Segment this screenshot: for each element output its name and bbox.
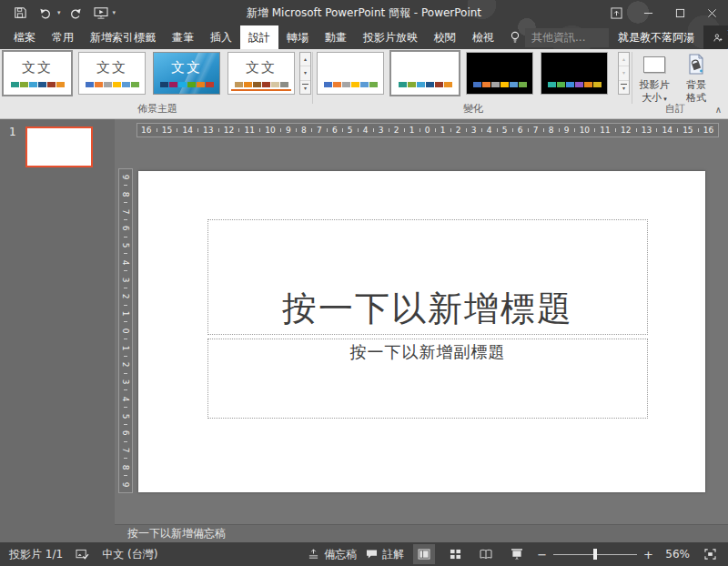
account-name[interactable]: 就是教不落阿湯	[609, 25, 703, 49]
theme-color-strip	[324, 82, 378, 87]
variant-thumbnail-2[interactable]	[391, 52, 459, 95]
tab-校閱[interactable]: 校閱	[426, 25, 464, 49]
quick-access-toolbar: ▾ ▾	[0, 3, 116, 23]
variants-more-button[interactable]: ▾	[619, 81, 629, 94]
tab-轉場[interactable]: 轉場	[278, 25, 317, 49]
variant-thumbnail-3[interactable]	[466, 52, 533, 95]
fit-slide-to-window-button[interactable]	[699, 544, 721, 564]
zoom-slider-thumb[interactable]	[593, 549, 597, 560]
variant-thumbnail-4[interactable]	[541, 52, 608, 95]
ruler-number: 12	[621, 126, 631, 135]
ruler-tick	[124, 356, 127, 357]
notes-toggle-button[interactable]: 備忘稿	[308, 547, 357, 562]
tab-常用[interactable]: 常用	[44, 25, 82, 49]
theme-sample-text: 文文	[79, 59, 145, 76]
share-button[interactable]: 共用	[703, 25, 728, 49]
minimize-icon	[643, 8, 653, 18]
ruler-number: 3	[471, 126, 477, 135]
more-bar	[621, 84, 627, 85]
group-variants: ▴ ▾ ▾ 變化	[317, 52, 630, 118]
ruler-number: 8	[121, 464, 129, 470]
tell-me[interactable]: 其他資訊...	[510, 25, 609, 49]
themes-more-button[interactable]: ▾	[300, 81, 310, 94]
theme-color-strip	[548, 82, 602, 87]
tab-插入[interactable]: 插入	[202, 25, 240, 49]
theme-thumbnail-1[interactable]: 文文	[4, 52, 71, 95]
undo-button[interactable]	[35, 3, 56, 23]
reading-view-button[interactable]	[475, 544, 497, 564]
customize-qat-caret[interactable]: ▾	[113, 9, 116, 16]
subtitle-placeholder[interactable]: 按一下以新增副標題	[207, 339, 648, 419]
language-indicator[interactable]: 中文 (台灣)	[102, 547, 157, 562]
ruler-number: 3	[379, 126, 384, 135]
zoom-out-button[interactable]: −	[537, 548, 547, 561]
variants-scroll-down-button[interactable]: ▾	[619, 66, 629, 80]
save-button[interactable]	[9, 3, 31, 23]
lightbulb-icon	[510, 31, 521, 44]
slide-sorter-view-button[interactable]	[444, 544, 466, 564]
tell-me-input[interactable]: 其他資訊...	[525, 28, 609, 47]
format-background-button[interactable]: 背景 格式	[678, 52, 714, 106]
zoom-in-button[interactable]: +	[643, 548, 653, 561]
format-bg-label-line1: 背景	[686, 79, 706, 92]
tab-投影片放映[interactable]: 投影片放映	[355, 25, 426, 49]
slide-canvas[interactable]: 按一下以新增標題 按一下以新增副標題	[138, 171, 705, 492]
undo-dropdown-caret[interactable]: ▾	[57, 9, 61, 16]
ruler-number: 4	[487, 126, 492, 135]
subtitle-placeholder-text: 按一下以新增副標題	[350, 342, 506, 361]
ruler-tick	[358, 128, 359, 132]
close-button[interactable]	[696, 0, 728, 25]
title-placeholder[interactable]: 按一下以新增標題	[207, 219, 648, 335]
vertical-ruler[interactable]: 9876543210123456789	[118, 168, 133, 493]
slideshow-view-button[interactable]	[506, 544, 528, 564]
minimize-button[interactable]	[632, 0, 664, 25]
tab-新增索引標籤[interactable]: 新增索引標籤	[82, 25, 164, 49]
variants-scroll-up-button[interactable]: ▴	[619, 53, 629, 66]
tab-畫筆[interactable]: 畫筆	[164, 25, 202, 49]
zoom-slider[interactable]	[553, 549, 637, 560]
ribbon-design: 文文文文文文文文 ▴ ▾ ▾ 佈景主題 ▴ ▾ ▾ 變化 投影片 大小▾	[0, 49, 728, 119]
ruler-number: 14	[182, 126, 192, 135]
ruler-number: 1	[121, 311, 129, 317]
more-bar	[302, 84, 308, 85]
notes-pane[interactable]: 按一下以新增備忘稿	[115, 524, 728, 542]
normal-view-icon	[418, 549, 430, 560]
ruler-tick	[124, 321, 127, 322]
slide-sorter-icon	[450, 549, 461, 560]
notes-toggle-label: 備忘稿	[324, 547, 357, 562]
theme-thumbnail-4[interactable]: 文文	[228, 52, 295, 95]
slide-size-button[interactable]: 投影片 大小▾	[636, 52, 672, 106]
status-right: 備忘稿 註解 − + 56%	[308, 544, 728, 564]
ribbon-display-options-icon	[611, 7, 622, 19]
maximize-button[interactable]	[664, 0, 696, 25]
start-slideshow-button[interactable]	[90, 3, 112, 23]
ribbon-tabs: 檔案常用新增索引標籤畫筆插入設計轉場動畫投影片放映校閱檢視	[0, 25, 502, 49]
tab-檢視[interactable]: 檢視	[464, 25, 502, 49]
tab-設計[interactable]: 設計	[240, 25, 278, 49]
ruler-tick	[594, 128, 595, 132]
theme-thumbnail-3[interactable]: 文文	[153, 52, 220, 95]
normal-view-button[interactable]	[413, 544, 435, 564]
group-customize: 投影片 大小▾ 背景 格式 自訂	[635, 52, 715, 118]
comments-toggle-button[interactable]: 註解	[366, 547, 404, 562]
collapse-ribbon-button[interactable]: ∧	[715, 105, 722, 115]
tab-動畫[interactable]: 動畫	[317, 25, 355, 49]
variant-thumbnail-1[interactable]	[317, 52, 384, 95]
zoom-percentage[interactable]: 56%	[662, 548, 690, 561]
spellcheck-button[interactable]	[76, 549, 89, 561]
tab-檔案[interactable]: 檔案	[5, 25, 44, 49]
ribbon-display-options-button[interactable]	[601, 0, 632, 25]
themes-scroll-up-button[interactable]: ▴	[300, 53, 310, 66]
themes-scroll-down-button[interactable]: ▾	[300, 66, 310, 80]
ruler-tick	[543, 128, 544, 132]
theme-color-strip	[235, 82, 288, 87]
ruler-number: 10	[580, 126, 590, 135]
ruler-tick	[296, 128, 297, 132]
slide-thumbnail[interactable]	[25, 126, 93, 167]
notes-placeholder-text: 按一下以新增備忘稿	[127, 526, 226, 541]
redo-button[interactable]	[65, 3, 86, 23]
theme-sample-text: 文文	[228, 59, 294, 76]
horizontal-ruler[interactable]: 1615141312111098765432101234567891011121…	[136, 123, 719, 137]
theme-thumbnail-2[interactable]: 文文	[78, 52, 146, 95]
theme-color-strip	[399, 82, 452, 87]
